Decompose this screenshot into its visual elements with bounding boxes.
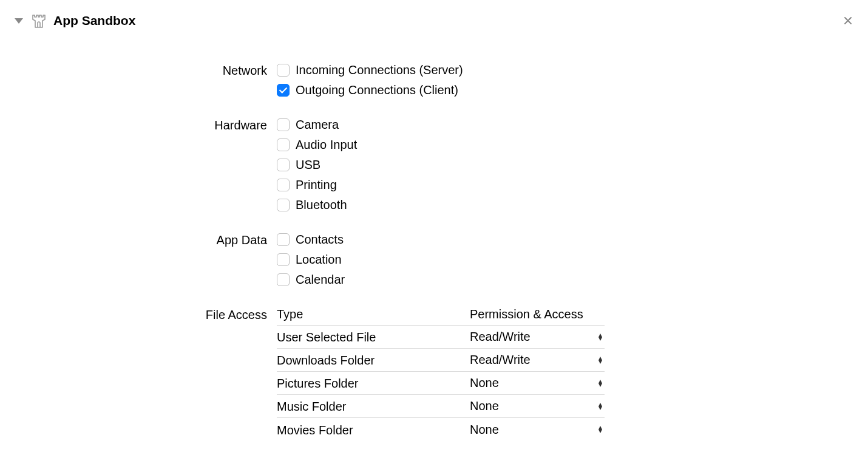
disclosure-triangle-icon[interactable] [15, 18, 23, 24]
checkbox-row-location: Location [277, 253, 856, 267]
checkbox-outgoing-connections[interactable] [277, 84, 290, 97]
checkbox-row-outgoing: Outgoing Connections (Client) [277, 83, 856, 97]
stepper-icon [598, 334, 602, 341]
section-fileaccess: File Access Type Permission & Access Use… [12, 307, 856, 441]
section-label-appdata: App Data [12, 233, 277, 293]
checkbox-label: Incoming Connections (Server) [296, 63, 463, 77]
permission-value: None [470, 399, 499, 413]
section-label-hardware: Hardware [12, 118, 277, 218]
checkbox-label: Calendar [296, 273, 345, 287]
table-header: Type Permission & Access [277, 307, 605, 326]
permission-select-user-selected[interactable]: Read/Write [470, 330, 605, 344]
permission-value: Read/Write [470, 330, 531, 344]
checkbox-label: USB [296, 158, 320, 172]
section-header: App Sandbox [12, 12, 856, 29]
checkbox-row-bluetooth: Bluetooth [277, 198, 856, 212]
stepper-icon [598, 403, 602, 410]
permission-value: None [470, 376, 499, 390]
checkbox-bluetooth[interactable] [277, 199, 290, 211]
checkbox-calendar[interactable] [277, 273, 290, 286]
cell-type: User Selected File [277, 329, 470, 344]
close-icon [844, 16, 852, 25]
checkbox-row-audio: Audio Input [277, 138, 856, 152]
table-row: Music Folder None [277, 395, 605, 418]
table-row: User Selected File Read/Write [277, 326, 605, 349]
checkbox-row-contacts: Contacts [277, 233, 856, 247]
cell-type: Music Folder [277, 399, 470, 414]
checkbox-label: Contacts [296, 233, 344, 247]
stepper-icon [598, 426, 602, 433]
section-title: App Sandbox [53, 13, 135, 28]
checkbox-row-usb: USB [277, 158, 856, 172]
checkbox-row-printing: Printing [277, 178, 856, 192]
checkbox-usb[interactable] [277, 159, 290, 171]
cell-type: Movies Folder [277, 422, 470, 437]
section-appdata: App Data Contacts Location Calendar [12, 233, 856, 293]
table-row: Downloads Folder Read/Write [277, 349, 605, 372]
section-label-fileaccess: File Access [12, 307, 277, 441]
close-button[interactable] [840, 14, 856, 28]
cell-type: Downloads Folder [277, 352, 470, 368]
checkbox-label: Bluetooth [296, 198, 347, 212]
checkbox-label: Printing [296, 178, 337, 192]
file-access-table: Type Permission & Access User Selected F… [277, 307, 605, 441]
cell-type: Pictures Folder [277, 375, 470, 391]
checkbox-audio-input[interactable] [277, 139, 290, 151]
permission-select-music[interactable]: None [470, 399, 605, 413]
checkbox-row-incoming: Incoming Connections (Server) [277, 63, 856, 77]
section-label-network: Network [12, 63, 277, 103]
permission-select-downloads[interactable]: Read/Write [470, 353, 605, 367]
column-header-type: Type [277, 307, 470, 321]
stepper-icon [598, 357, 602, 364]
checkbox-location[interactable] [277, 253, 290, 266]
sandbox-castle-icon [30, 12, 47, 29]
checkbox-label: Camera [296, 118, 339, 132]
table-row: Pictures Folder None [277, 372, 605, 395]
checkbox-row-calendar: Calendar [277, 273, 856, 287]
permission-select-movies[interactable]: None [470, 423, 605, 437]
checkbox-incoming-connections[interactable] [277, 64, 290, 77]
content-area: Network Incoming Connections (Server) Ou… [12, 63, 856, 441]
permission-value: None [470, 423, 499, 437]
column-header-permission: Permission & Access [470, 307, 605, 321]
checkbox-row-camera: Camera [277, 118, 856, 132]
checkbox-printing[interactable] [277, 179, 290, 191]
section-hardware: Hardware Camera Audio Input USB Printing… [12, 118, 856, 218]
table-row: Movies Folder None [277, 418, 605, 441]
checkbox-camera[interactable] [277, 118, 290, 131]
stepper-icon [598, 380, 602, 387]
permission-select-pictures[interactable]: None [470, 376, 605, 390]
checkbox-label: Outgoing Connections (Client) [296, 83, 458, 97]
checkbox-label: Location [296, 253, 342, 267]
section-network: Network Incoming Connections (Server) Ou… [12, 63, 856, 103]
checkbox-label: Audio Input [296, 138, 357, 152]
permission-value: Read/Write [470, 353, 531, 367]
checkbox-contacts[interactable] [277, 233, 290, 246]
